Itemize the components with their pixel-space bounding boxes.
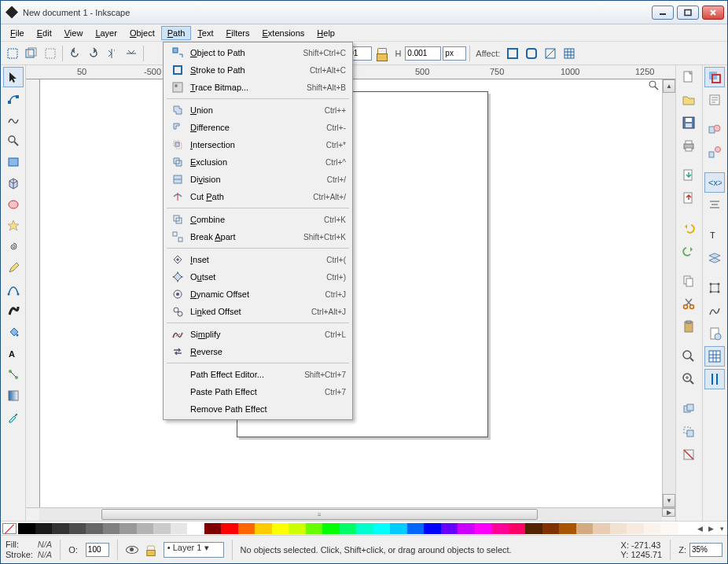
fill-stroke-dialog-icon[interactable]: [704, 67, 725, 87]
affect-pattern-icon[interactable]: [561, 45, 578, 62]
zoom-drawing-icon[interactable]: [678, 369, 699, 389]
new-doc-icon[interactable]: [678, 67, 699, 87]
affect-corners-icon[interactable]: [523, 45, 540, 62]
layer-lock-icon[interactable]: [146, 544, 156, 555]
menu-path[interactable]: Path: [161, 26, 192, 40]
guides-icon[interactable]: [704, 369, 725, 389]
deselect-icon[interactable]: [42, 45, 59, 62]
spiral-tool-icon[interactable]: [3, 237, 24, 257]
no-color-swatch[interactable]: [2, 523, 17, 534]
opacity-input[interactable]: [86, 543, 109, 557]
menu-file[interactable]: File: [4, 26, 31, 40]
color-swatch[interactable]: [407, 523, 425, 534]
menu-item-difference[interactable]: DifferenceCtrl+-: [165, 119, 351, 136]
zoom-page-icon[interactable]: [649, 80, 660, 91]
grid-icon[interactable]: [704, 346, 725, 367]
palette-menu-icon[interactable]: ▾: [716, 525, 727, 533]
menu-object[interactable]: Object: [123, 26, 161, 40]
menu-item-union[interactable]: UnionCtrl++: [165, 101, 351, 119]
menu-item-object-to-path[interactable]: Object to PathShift+Ctrl+C: [165, 44, 351, 61]
redo-icon[interactable]: [678, 241, 699, 261]
open-doc-icon[interactable]: [678, 90, 699, 110]
menu-item-intersection[interactable]: IntersectionCtrl+*: [165, 136, 351, 153]
menu-item-path-effect-editor[interactable]: Path Effect Editor...Shift+Ctrl+7: [165, 366, 351, 383]
text-tool-icon[interactable]: A: [3, 343, 24, 363]
color-swatch[interactable]: [52, 523, 69, 534]
menu-item-dynamic-offset[interactable]: Dynamic OffsetCtrl+J: [165, 286, 351, 303]
calligraphy-tool-icon[interactable]: [3, 300, 24, 321]
gradient-tool-icon[interactable]: [3, 385, 24, 406]
pencil-tool-icon[interactable]: [3, 258, 24, 278]
color-swatch[interactable]: [441, 523, 458, 534]
palette-scroll-left[interactable]: ◀: [694, 525, 705, 533]
ungroup-icon[interactable]: [704, 142, 725, 163]
paste-icon[interactable]: [678, 316, 699, 337]
menu-edit[interactable]: Edit: [31, 26, 58, 40]
color-swatch[interactable]: [491, 523, 509, 534]
color-swatch[interactable]: [576, 523, 594, 534]
layers-dialog-icon[interactable]: [704, 248, 725, 268]
color-swatch[interactable]: [204, 523, 222, 534]
zoom-tool-icon[interactable]: [3, 131, 24, 151]
unit-select[interactable]: [443, 46, 466, 61]
undo-icon[interactable]: [678, 218, 699, 238]
close-button[interactable]: [702, 6, 724, 20]
color-swatch[interactable]: [221, 523, 238, 534]
select-all-layers-icon[interactable]: [23, 45, 40, 62]
color-swatch[interactable]: [35, 523, 53, 534]
select-all-icon[interactable]: [4, 45, 21, 62]
menu-item-trace-bitmap[interactable]: Trace Bitmap...Shift+Alt+B: [165, 79, 351, 96]
dropper-tool-icon[interactable]: [3, 407, 24, 427]
object-properties-icon[interactable]: [704, 90, 725, 110]
color-swatch[interactable]: [69, 523, 86, 534]
selector-tool-icon[interactable]: [3, 67, 24, 87]
menu-item-linked-offset[interactable]: Linked OffsetCtrl+Alt+J: [165, 303, 351, 320]
color-swatch[interactable]: [272, 523, 289, 534]
rectangle-tool-icon[interactable]: [3, 152, 24, 172]
menu-item-simplify[interactable]: SimplifyCtrl+L: [165, 326, 351, 343]
menu-item-paste-path-effect[interactable]: Paste Path EffectCtrl+7: [165, 383, 351, 400]
flip-h-icon[interactable]: [104, 45, 121, 62]
color-swatch[interactable]: [424, 523, 441, 534]
color-swatch[interactable]: [356, 523, 373, 534]
trace-dialog-icon[interactable]: [704, 300, 725, 321]
color-swatch[interactable]: [678, 523, 695, 534]
ellipse-tool-icon[interactable]: [3, 194, 24, 215]
menu-item-stroke-to-path[interactable]: Stroke to PathCtrl+Alt+C: [165, 61, 351, 79]
affect-stroke-icon[interactable]: [504, 45, 521, 62]
duplicate-icon[interactable]: [678, 399, 699, 419]
color-swatch[interactable]: [322, 523, 340, 534]
color-swatch[interactable]: [255, 523, 272, 534]
menu-item-cut-path[interactable]: Cut PathCtrl+Alt+/: [165, 188, 351, 205]
rotate-ccw-icon[interactable]: [66, 45, 83, 62]
rotate-cw-icon[interactable]: [85, 45, 102, 62]
scrollbar-horizontal[interactable]: ◀ ≡ ▶: [26, 507, 675, 521]
color-swatch[interactable]: [644, 523, 661, 534]
flip-v-icon[interactable]: [123, 45, 140, 62]
color-swatch[interactable]: [627, 523, 644, 534]
color-swatch[interactable]: [373, 523, 391, 534]
color-swatch[interactable]: [509, 523, 526, 534]
color-swatch[interactable]: [525, 523, 542, 534]
color-swatch[interactable]: [103, 523, 120, 534]
align-dialog-icon[interactable]: [704, 195, 725, 216]
color-swatch[interactable]: [340, 523, 357, 534]
text-dialog-icon[interactable]: T: [704, 225, 725, 245]
group-icon[interactable]: [704, 120, 725, 140]
paint-bucket-tool-icon[interactable]: [3, 322, 24, 342]
color-swatch[interactable]: [593, 523, 610, 534]
connector-tool-icon[interactable]: [3, 364, 24, 385]
maximize-button[interactable]: [677, 6, 699, 20]
color-swatch[interactable]: [86, 523, 103, 534]
menu-item-division[interactable]: DivisionCtrl+/: [165, 171, 351, 188]
menu-item-combine[interactable]: CombineCtrl+K: [165, 211, 351, 228]
zoom-input[interactable]: [689, 543, 722, 557]
menu-extensions[interactable]: Extensions: [256, 26, 311, 40]
color-swatch[interactable]: [542, 523, 560, 534]
xml-editor-icon[interactable]: <x>: [704, 172, 725, 193]
menu-item-break-apart[interactable]: Break ApartShift+Ctrl+K: [165, 228, 351, 245]
color-swatch[interactable]: [306, 523, 323, 534]
color-swatch[interactable]: [153, 523, 171, 534]
menu-item-inset[interactable]: InsetCtrl+(: [165, 251, 351, 268]
node-tool-icon[interactable]: [3, 88, 24, 109]
